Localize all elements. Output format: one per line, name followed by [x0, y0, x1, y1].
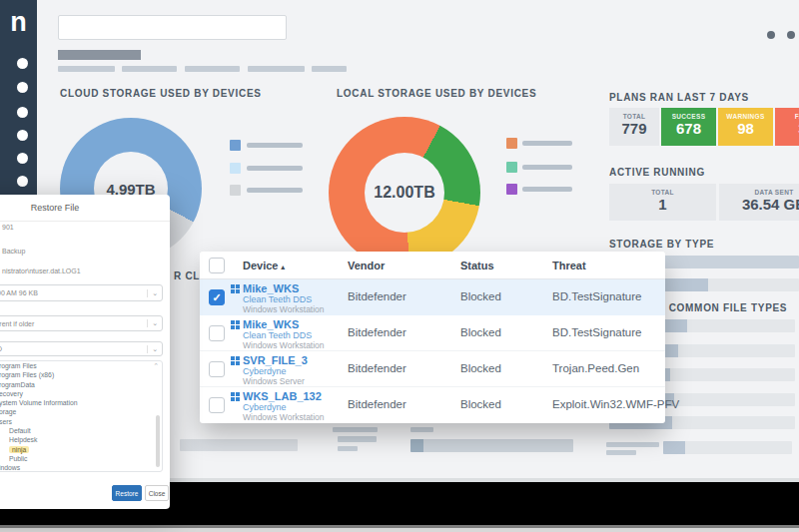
table-row[interactable]: ✓ Mike_WKS Clean Teeth DDS Windows Works… — [200, 279, 665, 315]
select-all-checkbox[interactable] — [209, 258, 225, 273]
vendor-cell: Bitdefender — [348, 362, 406, 374]
version-dropdown[interactable]: 00 AM 96 KB ⌄ — [0, 284, 163, 301]
tab-placeholder[interactable] — [122, 66, 177, 72]
tree-item[interactable]: rogram Files (x86) — [0, 370, 162, 379]
stat-fail: FAIL 3 — [775, 108, 799, 146]
status-cell: Blocked — [460, 398, 501, 410]
plans-ran-title: PLANS RAN LAST 7 DAYS — [609, 92, 749, 103]
chevron-down-icon: ⌄ — [147, 345, 158, 353]
legend-label-placeholder — [522, 165, 572, 170]
dropdown-value: rrent if older — [0, 320, 34, 327]
local-storage-donut-chart: 12.00TB — [329, 117, 480, 268]
tab-placeholder[interactable] — [58, 66, 115, 72]
nav-dot-icon[interactable] — [17, 130, 28, 141]
tree-item[interactable]: Helpdesk — [0, 435, 162, 444]
storage-by-type-title: STORAGE BY TYPE — [609, 239, 714, 250]
legend-swatch-icon — [506, 162, 517, 173]
stat-value: 678 — [661, 120, 716, 138]
row-checkbox[interactable] — [209, 325, 225, 341]
nav-dot-icon[interactable] — [17, 107, 28, 118]
device-org: Clean Teeth DDS — [243, 330, 312, 340]
device-name[interactable]: Mike_WKS — [243, 318, 299, 330]
tree-item[interactable]: orage — [0, 407, 162, 416]
folder-tree: ⌃ rogram Files rogram Files (x86) rogram… — [0, 360, 163, 472]
threat-cell: BD.TestSignature — [552, 326, 642, 338]
tree-item[interactable]: rogramData — [0, 380, 162, 389]
column-status[interactable]: Status — [460, 260, 494, 271]
label-placeholder — [606, 442, 659, 447]
device-os: Windows Workstation — [243, 304, 325, 314]
placeholder-bar — [338, 446, 358, 451]
row-checkbox[interactable]: ✓ — [209, 289, 225, 305]
tree-item[interactable]: indows — [0, 463, 162, 472]
sort-asc-icon: ▴ — [282, 264, 286, 270]
tree-item[interactable]: ecovery — [0, 389, 162, 398]
device-org: Cyberdyne — [243, 366, 287, 376]
table-row[interactable]: Mike_WKS Clean Teeth DDS Windows Worksta… — [200, 315, 665, 351]
tree-item[interactable]: Default — [0, 426, 162, 435]
search-input[interactable] — [58, 15, 287, 40]
column-threat[interactable]: Threat — [552, 260, 586, 271]
legend-swatch-icon — [506, 138, 517, 149]
local-storage-title: LOCAL STORAGE USED BY DEVICES — [337, 88, 536, 99]
active-running-title: ACTIVE RUNNING — [609, 167, 705, 178]
stat-value: 779 — [609, 120, 659, 138]
header-menu-dot-icon[interactable] — [787, 31, 795, 39]
stat-value: 98 — [718, 120, 773, 138]
legend-swatch-icon — [506, 184, 517, 195]
tree-item[interactable]: Public — [0, 454, 162, 463]
chevron-down-icon: ⌄ — [147, 319, 158, 327]
restore-button[interactable]: Restore — [112, 485, 142, 501]
nav-dot-icon[interactable] — [17, 82, 28, 93]
threat-table: Device ▴ Vendor Status Threat ✓ Mike_WKS… — [200, 252, 665, 423]
device-os: Windows Server — [243, 376, 305, 386]
device-os: Windows Workstation — [243, 412, 325, 422]
stat-label: SUCCESS — [661, 113, 716, 120]
close-button[interactable]: Close — [145, 485, 169, 501]
threat-cell: Exploit.Win32.WMF-PFV — [552, 398, 679, 410]
stat-label: WARNINGS — [718, 113, 773, 120]
stat-label: FAIL — [775, 113, 799, 120]
tree-item[interactable]: sers — [0, 417, 162, 426]
device-os: Windows Workstation — [243, 340, 325, 350]
placeholder-bar — [410, 427, 433, 432]
table-header-row: Device ▴ Vendor Status Threat — [200, 252, 665, 279]
device-org: Clean Teeth DDS — [243, 294, 312, 304]
status-cell: Blocked — [460, 326, 501, 338]
local-storage-value: 12.00TB — [374, 184, 434, 202]
label-placeholder — [606, 450, 636, 455]
location-dropdown[interactable]: D ⌄ — [0, 341, 163, 356]
nav-dot-icon[interactable] — [17, 58, 28, 69]
row-checkbox[interactable] — [209, 397, 225, 413]
tree-item[interactable]: ystem Volume Information — [0, 398, 162, 407]
table-row[interactable]: WKS_LAB_132 Cyberdyne Windows Workstatio… — [200, 387, 665, 423]
column-device[interactable]: Device ▴ — [243, 260, 285, 271]
restore-file-modal: Restore File 901 Backup nistrator\ntuser… — [0, 195, 170, 509]
stat-value: 36.54 GB — [719, 196, 799, 214]
tab-placeholder[interactable] — [312, 66, 347, 72]
device-name[interactable]: Mike_WKS — [243, 282, 299, 294]
bottom-strip — [0, 528, 799, 532]
stat-total-plans: TOTAL 779 — [609, 108, 659, 146]
row-checkbox[interactable] — [209, 361, 225, 377]
tree-scrollbar[interactable] — [156, 415, 160, 467]
device-name[interactable]: SVR_FILE_3 — [243, 354, 308, 366]
tree-item-selected[interactable]: ninja — [0, 445, 162, 454]
tab-placeholder[interactable] — [185, 66, 240, 72]
tree-item[interactable]: rogram Files — [0, 361, 162, 370]
windows-icon — [231, 356, 240, 365]
header-menu-dot-icon[interactable] — [767, 31, 775, 39]
column-vendor[interactable]: Vendor — [348, 260, 385, 271]
legend-label-placeholder — [522, 141, 572, 146]
selected-folder-label: ninja — [9, 446, 29, 453]
threat-cell: BD.TestSignature — [552, 290, 642, 302]
nav-dot-icon[interactable] — [17, 153, 28, 164]
overwrite-dropdown[interactable]: rrent if older ⌄ — [0, 315, 163, 331]
nav-dot-icon[interactable] — [17, 176, 28, 187]
common-file-types-title: Y COMMON FILE TYPES — [658, 302, 787, 313]
progress-bar — [410, 439, 573, 452]
device-name[interactable]: WKS_LAB_132 — [243, 390, 322, 402]
table-row[interactable]: SVR_FILE_3 Cyberdyne Windows Server Bitd… — [200, 351, 665, 387]
tab-placeholder[interactable] — [248, 66, 305, 72]
chevron-down-icon: ⌄ — [147, 289, 158, 297]
